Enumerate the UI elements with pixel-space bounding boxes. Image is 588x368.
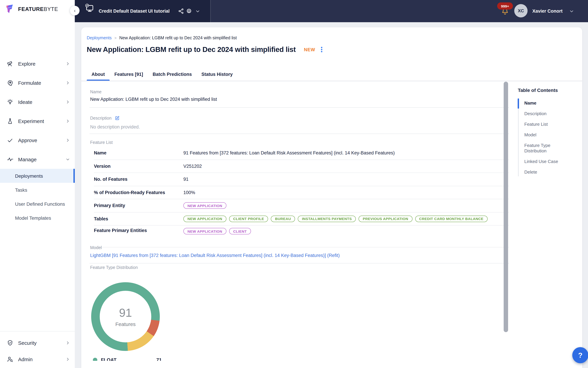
row-value: 91	[183, 177, 188, 182]
title-row: New Application: LGBM refit up to Dec 20…	[87, 46, 324, 54]
entity-badge[interactable]: NEW APPLICATION	[183, 202, 226, 209]
tab-about[interactable]: About	[87, 68, 110, 81]
sidebar-item-experiment[interactable]: Experiment	[0, 111, 75, 130]
sidebar-bottom-nav: SecurityAdmin	[0, 331, 75, 366]
row-value: V251202	[183, 164, 202, 169]
table-row: % of Production-Ready Features100%	[94, 186, 509, 199]
badge-group: NEW APPLICATIONCLIENT PROFILEBUREAUINSTA…	[183, 216, 488, 222]
row-label: Version	[94, 164, 183, 169]
featurebyte-logo-icon	[5, 4, 16, 14]
sidebar-subitem-deployments[interactable]: Deployments	[0, 169, 75, 183]
entity-badge[interactable]: CREDIT CARD MONTHLY BALANCE	[415, 216, 488, 222]
avatar[interactable]: XC	[514, 4, 527, 18]
row-label: % of Production-Ready Features	[94, 190, 183, 195]
user-magnifier-icon	[7, 356, 13, 362]
entity-badge[interactable]: NEW APPLICATION	[183, 216, 226, 222]
chevron-right-icon	[66, 340, 70, 345]
section-divider	[89, 134, 509, 134]
tab-batch-predictions[interactable]: Batch Predictions	[148, 68, 197, 81]
flask-icon	[7, 118, 13, 124]
chevron-right-icon	[66, 138, 70, 142]
pulse-icon	[7, 156, 13, 163]
notification-count-badge[interactable]: 999+	[497, 2, 513, 9]
table-row: Name91 Features from [372 features: Loan…	[94, 147, 509, 160]
sidebar-item-security[interactable]: Security	[0, 336, 75, 350]
sidebar-item-label: Security	[18, 340, 66, 346]
feature-list-section-label: Feature List	[90, 140, 113, 145]
sidebar-item-label: Manage	[18, 156, 66, 162]
sidebar-item-label: Ideate	[18, 99, 66, 105]
donut-chart: 91 Features	[91, 282, 160, 351]
breadcrumb-separator: >	[114, 36, 117, 40]
table-row: No. of Features91	[94, 173, 509, 186]
toc-item-linked-use-case[interactable]: Linked Use Case	[524, 156, 565, 167]
row-value: 100%	[183, 190, 195, 195]
sidebar-subitem-model-templates[interactable]: Model Templates	[0, 211, 75, 225]
user-cluster: 999+ XC Xavier Conort	[75, 0, 588, 22]
feature-list-name-link[interactable]: 91 Features from [372 features: Loan Def…	[183, 150, 395, 156]
sidebar-item-label: Approve	[18, 137, 66, 143]
toc-item-name[interactable]: Name	[524, 98, 565, 108]
topbar: Credit Default Dataset UI tutorial	[75, 0, 588, 22]
tab-status-history[interactable]: Status History	[197, 68, 238, 81]
sidebar-item-label: Explore	[18, 61, 66, 66]
sidebar-item-label: Admin	[18, 356, 66, 362]
toc-item-delete[interactable]: Delete	[524, 167, 565, 177]
row-label: Primary Entity	[94, 203, 183, 208]
entity-badge[interactable]: CLIENT	[229, 228, 251, 234]
toc-item-description[interactable]: Description	[524, 108, 565, 119]
app-root: FEATUREBYTE ExploreFormulateIdeateExperi…	[0, 0, 588, 368]
toc-item-model[interactable]: Model	[524, 129, 565, 140]
tabs-divider	[81, 81, 582, 81]
table-row: TablesNEW APPLICATIONCLIENT PROFILEBUREA…	[94, 212, 509, 226]
kebab-menu-icon[interactable]	[319, 46, 324, 53]
sidebar-nav: ExploreFormulateIdeateExperimentApproveM…	[0, 54, 75, 169]
sidebar-item-manage[interactable]: Manage	[0, 150, 75, 169]
section-divider	[89, 107, 509, 108]
entity-badge[interactable]: PREVIOUS APPLICATION	[359, 216, 412, 222]
entity-badge[interactable]: INSTALLMENTS PAYMENTS	[298, 216, 356, 222]
check-icon	[7, 137, 13, 143]
breadcrumb-deployments-link[interactable]: Deployments	[87, 36, 112, 40]
donut-center-value: 91	[119, 306, 132, 320]
logo[interactable]: FEATUREBYTE	[5, 4, 58, 14]
chart-legend: FLOAT71	[93, 357, 162, 361]
table-of-contents: Table of Contents NameDescriptionFeature…	[518, 87, 579, 177]
breadcrumb: Deployments > New Application: LGBM refi…	[87, 36, 237, 40]
sidebar-subitem-user-defined-functions[interactable]: User Defined Functions	[0, 197, 75, 211]
toc-title: Table of Contents	[518, 87, 579, 93]
row-label: No. of Features	[94, 177, 183, 182]
sidebar-item-formulate[interactable]: Formulate	[0, 73, 75, 92]
sidebar-collapse-button[interactable]: ‹	[70, 6, 80, 15]
entity-badge[interactable]: NEW APPLICATION	[183, 228, 226, 234]
sidebar-item-admin[interactable]: Admin	[0, 352, 75, 366]
vertical-scrollbar-thumb[interactable]	[504, 82, 508, 332]
sidebar: FEATUREBYTE ExploreFormulateIdeateExperi…	[0, 0, 75, 368]
user-name[interactable]: Xavier Conort	[532, 0, 562, 22]
model-section-label: Model	[90, 245, 102, 250]
badge-group: NEW APPLICATION	[183, 202, 226, 209]
sidebar-item-explore[interactable]: Explore	[0, 54, 75, 73]
entity-badge[interactable]: CLIENT PROFILE	[229, 216, 268, 222]
row-label: Feature Primary Entities	[94, 228, 183, 233]
sidebar-item-ideate[interactable]: Ideate	[0, 92, 75, 111]
tabs: AboutFeatures [91]Batch PredictionsStatu…	[87, 68, 238, 81]
edit-description-icon[interactable]	[115, 116, 120, 121]
user-menu-chevron-down-icon[interactable]	[569, 9, 574, 14]
model-link[interactable]: LightGBM [91 Features from [372 features…	[90, 253, 340, 258]
status-badge: NEW	[304, 47, 315, 52]
sidebar-item-approve[interactable]: Approve	[0, 130, 75, 150]
sidebar-subitem-tasks[interactable]: Tasks	[0, 183, 75, 197]
toc-item-feature-type-distribution[interactable]: Feature Type Distribution	[524, 140, 565, 156]
tab-features-91-[interactable]: Features [91]	[110, 68, 148, 81]
section-divider	[89, 263, 509, 263]
head-gear-icon	[7, 79, 13, 86]
legend-value: 71	[156, 357, 162, 361]
entity-badge[interactable]: BUREAU	[271, 216, 295, 222]
chevron-right-icon	[66, 119, 70, 123]
help-button[interactable]: ?	[572, 347, 588, 363]
table-row: Feature Primary EntitiesNEW APPLICATIONC…	[94, 226, 509, 247]
toc-list: NameDescriptionFeature ListModelFeature …	[518, 98, 579, 177]
chevron-right-icon	[66, 100, 70, 104]
toc-item-feature-list[interactable]: Feature List	[524, 119, 565, 129]
